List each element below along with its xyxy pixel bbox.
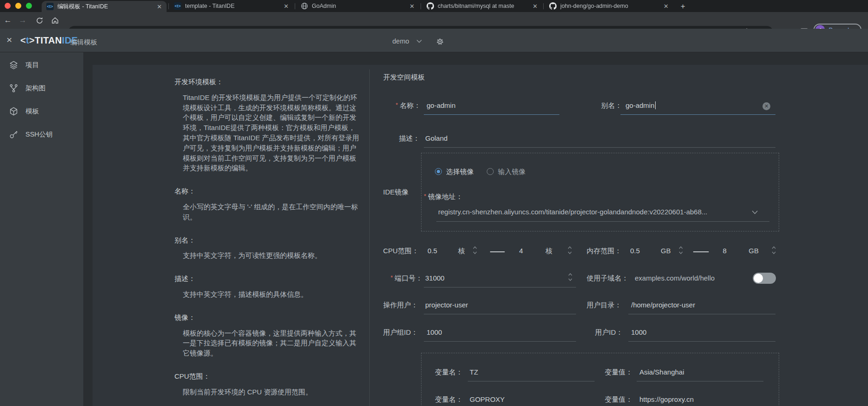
variable-name-input[interactable]: GOPROXY — [470, 395, 505, 403]
port-input[interactable]: 31000 — [425, 274, 445, 282]
alias-input[interactable]: go-admin — [626, 101, 656, 109]
projects-layers-icon — [9, 61, 18, 69]
browser-tab-3[interactable]: GoAdmin ✕ — [296, 0, 419, 12]
name-input[interactable]: go-admin — [427, 101, 456, 109]
globe-favicon — [301, 2, 308, 10]
sidebar-nav: 项目 架构图 模板 SSH公钥 — [0, 52, 83, 406]
user-id-input[interactable]: 1000 — [631, 328, 646, 336]
workspace-selector[interactable]: demo — [392, 37, 422, 45]
form-section-title: 开发空间模板 — [383, 73, 425, 82]
titanide-logo: <t>TITANIDE — [20, 35, 78, 46]
memory-max-input[interactable]: 8 — [723, 247, 726, 255]
doc-heading: CPU范围： — [174, 371, 360, 381]
variable-name-label: 变量名： — [435, 395, 463, 404]
alias-label: 别名： — [601, 101, 622, 110]
template-cube-icon — [9, 107, 18, 116]
browser-tab-2[interactable]: <t> template - TitanIDE ✕ — [169, 0, 293, 12]
browser-toolbar: ← → demo.titanide.cn/ide/web/workspace/t… — [0, 12, 868, 29]
doc-body: 支持中英文字符，描述模板的具体信息。 — [183, 289, 360, 300]
github-favicon — [427, 2, 434, 10]
cpu-min-stepper[interactable] — [473, 246, 477, 254]
settings-gear-icon[interactable] — [436, 37, 444, 46]
sidebar-item-architecture[interactable]: 架构图 — [0, 76, 83, 100]
radio-input-image-label[interactable]: 输入镜像 — [498, 168, 526, 176]
tab-close-icon[interactable]: ✕ — [663, 3, 669, 9]
memory-range-dash — [693, 251, 709, 252]
window-minimize-button[interactable] — [15, 3, 21, 9]
description-input[interactable]: Goland — [425, 134, 447, 142]
doc-body: 全小写的英文字母与 '-' 组成的，是在工作空间内的唯一标识。 — [183, 202, 360, 222]
port-label: 端口号： — [391, 274, 422, 283]
image-address-select[interactable]: registry.cn-shenzhen.aliyuncs.com/titani… — [438, 208, 707, 216]
group-id-input[interactable]: 1000 — [427, 328, 442, 336]
doc-body: 模板的核心为一个容器镜像，这里提供两种输入方式，其一是下拉选择已有模板的镜像；其… — [183, 328, 360, 358]
text-cursor — [655, 101, 656, 109]
memory-min-unit: GB — [661, 247, 671, 255]
sidebar-item-templates[interactable]: 模板 — [0, 100, 83, 123]
sidebar-item-label: 架构图 — [25, 84, 46, 93]
memory-max-stepper[interactable] — [772, 246, 776, 254]
chevron-down-icon — [416, 39, 422, 43]
tab-close-icon[interactable]: ✕ — [533, 3, 538, 9]
window-close-button[interactable] — [5, 3, 11, 9]
tab-title: 编辑模板 - TitanIDE — [57, 3, 153, 11]
ide-image-group — [421, 153, 779, 231]
memory-min-input[interactable]: 0.5 — [630, 247, 640, 255]
forward-button[interactable]: → — [16, 12, 30, 29]
template-docs: 开发环境模板： TitanIDE 的开发环境模板是为用户提供一个可定制化的环境模… — [174, 77, 360, 397]
user-id-label: 用户ID： — [595, 328, 623, 337]
browser-tab-4[interactable]: charts/bitnami/mysql at maste ✕ — [422, 0, 542, 12]
sidebar-item-label: 项目 — [25, 61, 39, 69]
github-favicon — [549, 2, 557, 10]
sidebar-item-label: SSH公钥 — [25, 130, 53, 139]
radio-select-image-label[interactable]: 选择镜像 — [446, 168, 474, 176]
titanide-favicon: <t> — [174, 2, 181, 10]
titanide-app-header: × <t>TITANIDE 编辑模板 demo J — [0, 29, 868, 52]
tab-close-icon[interactable]: ✕ — [157, 4, 162, 10]
architecture-branch-icon — [9, 84, 18, 93]
variable-value-input[interactable]: https://goproxy.cn — [639, 395, 694, 403]
image-address-label: 镜像地址： — [424, 193, 463, 201]
subdomain-toggle[interactable] — [753, 273, 776, 284]
memory-min-stepper[interactable] — [679, 246, 683, 254]
subdomain-value: examples.com/world/hello — [635, 274, 715, 282]
column-divider — [369, 69, 370, 406]
browser-tab-strip: <t> 编辑模板 - TitanIDE ✕ <t> template - Tit… — [0, 0, 868, 12]
radio-select-image[interactable] — [435, 168, 442, 175]
app-close-icon[interactable]: × — [6, 34, 12, 45]
doc-heading: 名称： — [174, 186, 360, 196]
memory-range-label: 内存范围： — [587, 247, 621, 256]
sidebar-item-label: 模板 — [25, 107, 39, 116]
alias-clear-icon[interactable]: ✕ — [763, 102, 770, 110]
browser-tab-5[interactable]: john-deng/go-admin-demo ✕ — [545, 0, 673, 12]
cpu-max-stepper[interactable] — [568, 246, 572, 254]
tab-title: template - TitanIDE — [185, 3, 280, 9]
variable-name-input[interactable]: TZ — [470, 368, 478, 376]
window-zoom-button[interactable] — [26, 3, 32, 9]
back-button[interactable]: ← — [1, 12, 15, 29]
home-button[interactable] — [48, 12, 62, 29]
titanide-favicon: <t> — [46, 3, 54, 10]
tab-title: john-deng/go-admin-demo — [560, 3, 660, 9]
template-edit-panel: 开发环境模板： TitanIDE 的开发环境模板是为用户提供一个可定制化的环境模… — [93, 65, 868, 406]
new-tab-button[interactable]: + — [677, 1, 688, 12]
sidebar-item-ssh-keys[interactable]: SSH公钥 — [0, 123, 83, 146]
cpu-max-input[interactable]: 4 — [519, 247, 523, 255]
user-dir-input[interactable]: /home/projector-user — [631, 301, 695, 309]
op-user-input[interactable]: projector-user — [425, 301, 468, 309]
memory-max-unit: GB — [749, 247, 759, 255]
cpu-max-unit: 核 — [546, 247, 552, 256]
reload-button[interactable] — [32, 12, 46, 29]
port-stepper[interactable] — [568, 273, 572, 281]
radio-input-image[interactable] — [487, 168, 494, 175]
description-label: 描述： — [399, 134, 420, 143]
user-dir-label: 用户目录： — [587, 301, 621, 310]
browser-tab-1[interactable]: <t> 编辑模板 - TitanIDE ✕ — [42, 1, 167, 12]
name-label: 名称： — [396, 101, 421, 110]
variable-value-input[interactable]: Asia/Shanghai — [639, 368, 684, 376]
tab-close-icon[interactable]: ✕ — [409, 3, 415, 9]
sidebar-item-projects[interactable]: 项目 — [0, 53, 83, 76]
cpu-min-input[interactable]: 0.5 — [428, 247, 437, 255]
variable-value-label: 变量值： — [605, 368, 632, 377]
tab-close-icon[interactable]: ✕ — [284, 3, 289, 9]
